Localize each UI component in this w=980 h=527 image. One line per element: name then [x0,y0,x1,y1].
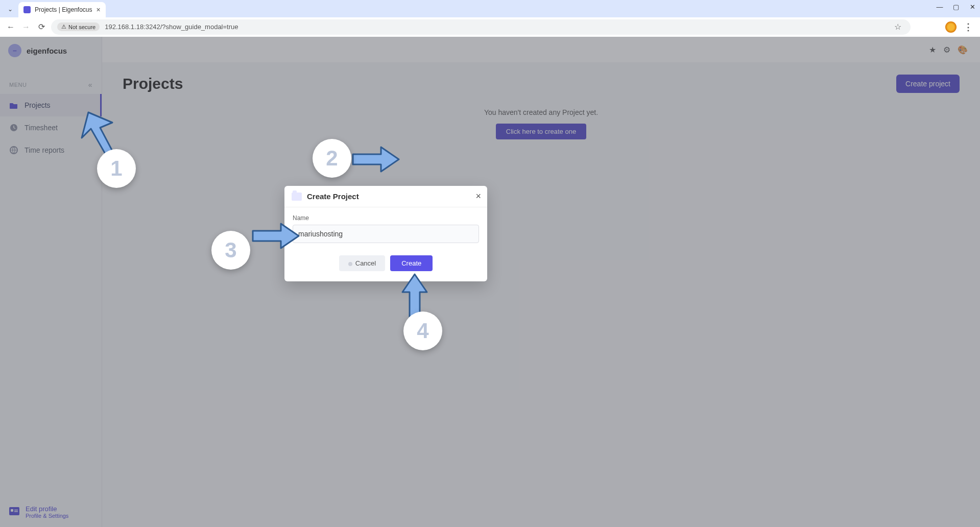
create-button[interactable]: Create [390,255,433,271]
project-name-input[interactable] [293,225,479,243]
close-icon[interactable]: ✕ [969,3,976,11]
address-bar[interactable]: ⚠ Not secure 192.168.1.18:3242/?show_gui… [51,19,911,35]
warning-icon: ⚠ [61,23,66,30]
tab-title: Projects | Eigenfocus [35,6,92,13]
browser-tab[interactable]: Projects | Eigenfocus × [18,2,106,17]
annotation-badge-2: 2 [313,139,351,178]
name-label: Name [293,214,479,222]
cancel-button[interactable]: Cancel [339,255,385,271]
bookmark-star-icon[interactable]: ☆ [894,22,901,32]
modal-overlay: Create Project × Name Cancel Create [0,37,980,527]
annotation-badge-3: 3 [211,231,250,270]
browser-toolbar: ← → ⟳ ⚠ Not secure 192.168.1.18:3242/?sh… [0,17,980,37]
url-text: 192.168.1.18:3242/?show_guide_modal=true [105,23,889,31]
forward-icon[interactable]: → [20,21,32,33]
annotation-arrow-2 [350,144,401,175]
minimize-icon[interactable]: — [936,3,943,11]
window-controls: — ▢ ✕ [936,3,976,11]
security-chip[interactable]: ⚠ Not secure [57,22,100,31]
folder-icon [292,193,302,201]
create-project-modal: Create Project × Name Cancel Create [284,186,487,281]
favicon-icon [23,6,31,13]
security-label: Not secure [68,24,95,30]
back-icon[interactable]: ← [5,21,16,33]
reload-icon[interactable]: ⟳ [36,21,47,33]
tabs-dropdown[interactable]: ⌄ [6,5,14,13]
browser-titlebar: ⌄ Projects | Eigenfocus × — ▢ ✕ [0,0,980,17]
browser-menu-icon[interactable]: ⋮ [964,21,973,33]
app-shell: – eigenfocus MENU « Projects Timesheet T… [0,37,980,527]
annotation-badge-4: 4 [403,312,442,350]
modal-body: Name [284,207,487,252]
modal-actions: Cancel Create [284,252,487,281]
tab-close-icon[interactable]: × [97,6,101,14]
maximize-icon[interactable]: ▢ [952,3,960,11]
modal-close-icon[interactable]: × [475,191,481,202]
modal-header: Create Project × [284,186,487,207]
modal-title: Create Project [307,192,359,201]
profile-avatar-icon[interactable] [945,21,957,33]
annotation-arrow-3 [250,221,301,251]
annotation-badge-1: 1 [97,149,136,188]
